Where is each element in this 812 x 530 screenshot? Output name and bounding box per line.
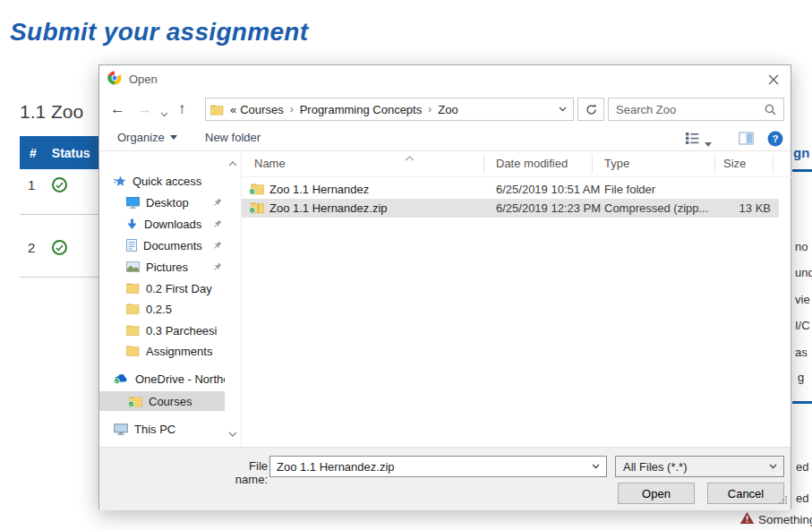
file-type-value: All Files (*.*) xyxy=(623,460,688,474)
search-icon[interactable] xyxy=(765,104,776,115)
search-box[interactable] xyxy=(608,98,784,121)
row-number: 1 xyxy=(28,177,35,192)
file-name-input[interactable] xyxy=(270,460,592,474)
view-options-chevron-icon[interactable] xyxy=(705,136,712,150)
quick-access-star-icon xyxy=(114,175,126,187)
dialog-footer: File name: All Files (*.*) Open Cancel xyxy=(99,447,791,510)
documents-icon xyxy=(126,239,137,252)
history-chevron-icon[interactable] xyxy=(160,102,168,124)
row-divider xyxy=(20,277,102,278)
sidebar-item-quick-access[interactable]: Quick access xyxy=(99,171,225,191)
file-name: Zoo 1.1 Hernandez.zip xyxy=(269,201,388,215)
close-icon[interactable] xyxy=(766,73,781,87)
chevron-down-icon xyxy=(769,464,777,469)
sidebar-item-025[interactable]: 0.2.5 xyxy=(99,299,225,319)
breadcrumb-programming-concepts[interactable]: Programming Concepts xyxy=(300,103,423,116)
sidebar-item-03-parcheesi[interactable]: 0.3 Parcheesi xyxy=(99,321,225,340)
sidebar-item-desktop[interactable]: Desktop xyxy=(99,192,225,212)
file-row-folder[interactable]: Zoo 1.1 Hernandez 6/25/2019 10:51 AM Fil… xyxy=(242,180,779,199)
file-name-label: File name: xyxy=(216,459,268,486)
status-check-icon xyxy=(52,240,67,255)
column-date-modified[interactable]: Date modified xyxy=(496,157,568,170)
refresh-button[interactable] xyxy=(577,98,604,121)
sidebar-item-label: Quick access xyxy=(132,175,201,188)
new-folder-button[interactable]: New folder xyxy=(205,131,261,144)
folder-icon xyxy=(210,104,224,115)
breadcrumb-zoo[interactable]: Zoo xyxy=(438,103,457,116)
dialog-titlebar[interactable]: Open xyxy=(99,65,791,93)
grades-table-header: # Status xyxy=(20,136,102,169)
clipped-text: I/C xyxy=(795,319,810,332)
view-details-icon[interactable] xyxy=(685,132,699,148)
sidebar-item-02-first-day[interactable]: 0.2 First Day xyxy=(99,278,225,298)
back-icon[interactable]: ← xyxy=(110,98,125,120)
file-type-select[interactable]: All Files (*.*) xyxy=(615,456,784,477)
new-folder-label: New folder xyxy=(205,131,261,144)
cancel-button[interactable]: Cancel xyxy=(707,483,784,504)
clipped-text: ed xyxy=(796,492,808,505)
search-input[interactable] xyxy=(609,103,765,116)
clipped-text: g xyxy=(798,371,804,384)
resize-grip[interactable] xyxy=(778,494,788,508)
address-bar[interactable]: « Courses › Programming Concepts › Zoo xyxy=(205,98,574,121)
pin-icon xyxy=(212,261,222,275)
sidebar-item-label: Downloads xyxy=(144,218,201,231)
sidebar-item-label: This PC xyxy=(134,423,175,436)
desktop-icon xyxy=(126,197,140,209)
sidebar-item-label: 0.3 Parcheesi xyxy=(146,324,218,338)
clipped-header-text: gn xyxy=(793,145,809,160)
clipped-text: und xyxy=(795,266,812,279)
file-name-combobox[interactable] xyxy=(269,456,607,477)
up-icon[interactable]: ↑ xyxy=(178,98,186,120)
address-dropdown-icon[interactable] xyxy=(559,107,567,112)
breadcrumb-courses[interactable]: Courses xyxy=(240,103,283,116)
warning-icon xyxy=(739,511,755,527)
warning-message: Something xyxy=(739,511,812,527)
sidebar-item-documents[interactable]: Documents xyxy=(99,235,225,255)
page-title: Submit your assignment xyxy=(10,18,308,47)
cancel-button-label: Cancel xyxy=(728,487,764,500)
clipped-text: as xyxy=(795,346,808,359)
help-icon[interactable]: ? xyxy=(767,131,783,150)
file-row-zip-selected[interactable]: Zoo 1.1 Hernandez.zip 6/25/2019 12:23 PM… xyxy=(242,199,779,218)
preview-pane-icon[interactable] xyxy=(739,132,754,148)
status-check-icon xyxy=(52,177,67,192)
sidebar-item-pictures[interactable]: Pictures xyxy=(99,257,225,277)
column-name[interactable]: Name xyxy=(254,157,286,170)
downloads-icon xyxy=(126,218,138,230)
col-number: # xyxy=(30,146,37,160)
sidebar-item-label: Documents xyxy=(143,239,202,252)
sidebar-item-label: OneDrive - Northo xyxy=(135,372,225,386)
column-type[interactable]: Type xyxy=(604,157,629,170)
sidebar-item-this-pc[interactable]: This PC xyxy=(99,419,225,439)
sidebar-item-assignments[interactable]: Assignments xyxy=(99,341,225,361)
sidebar-item-courses[interactable]: Courses xyxy=(99,391,225,411)
screen: Submit your assignment 1.1 Zoo # Status … xyxy=(0,0,812,530)
clipped-text: no xyxy=(795,240,808,253)
organize-button[interactable]: Organize xyxy=(117,131,177,144)
svg-text:?: ? xyxy=(772,133,778,144)
forward-icon[interactable]: → xyxy=(137,98,152,120)
scroll-up-icon[interactable] xyxy=(228,156,237,169)
file-date-modified: 6/25/2019 12:23 PM xyxy=(496,201,601,215)
column-headers: Name Date modified Type Size xyxy=(242,152,791,177)
sidebar-item-label: 0.2 First Day xyxy=(146,282,212,295)
column-size[interactable]: Size xyxy=(723,157,746,170)
this-pc-icon xyxy=(114,423,128,435)
folder-icon xyxy=(126,283,140,294)
onedrive-icon xyxy=(114,373,129,384)
file-name: Zoo 1.1 Hernandez xyxy=(269,183,369,196)
breadcrumb-overflow[interactable]: « xyxy=(230,103,236,116)
section-title: 1.1 Zoo xyxy=(20,101,83,123)
folder-icon xyxy=(126,346,140,356)
sidebar-scrollbar[interactable] xyxy=(225,152,241,447)
folder-icon xyxy=(126,325,140,336)
sidebar-item-downloads[interactable]: Downloads xyxy=(99,214,225,234)
chevron-down-icon[interactable] xyxy=(592,464,600,469)
sidebar-item-label: Pictures xyxy=(146,261,188,274)
open-button[interactable]: Open xyxy=(618,483,695,504)
sidebar-item-label: Desktop xyxy=(146,196,189,209)
refresh-icon xyxy=(585,104,597,115)
sidebar-item-onedrive[interactable]: OneDrive - Northo xyxy=(99,369,225,389)
scroll-down-icon[interactable] xyxy=(228,426,237,440)
